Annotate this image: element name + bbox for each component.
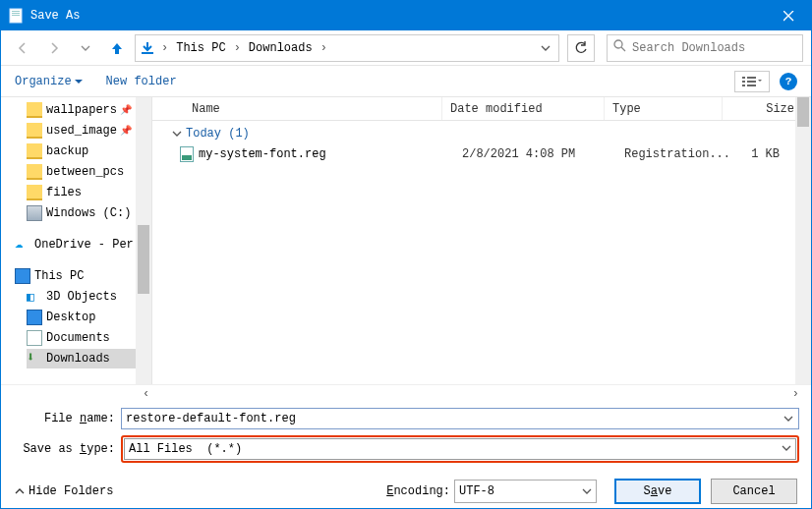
file-type: Registration... (624, 147, 742, 161)
save-button[interactable]: Save (614, 479, 701, 504)
chevron-right-icon[interactable]: › (319, 41, 329, 55)
file-date: 2/8/2021 4:08 PM (462, 147, 624, 161)
sidebar-item-label: wallpapers (46, 103, 117, 117)
sidebar-item-label: backup (46, 144, 88, 158)
new-folder-button[interactable]: New folder (106, 75, 177, 88)
svg-rect-13 (742, 85, 745, 86)
sidebar-item[interactable]: This PC (15, 266, 151, 286)
breadcrumb-this-pc[interactable]: This PC (174, 41, 227, 55)
folder-icon (27, 143, 42, 159)
nav-up-button[interactable] (103, 34, 131, 62)
sidebar-item-label: Documents (46, 331, 110, 345)
address-bar[interactable]: › This PC › Downloads › (135, 34, 559, 62)
sidebar-item-label: This PC (34, 269, 84, 283)
pin-icon: 📌 (120, 125, 132, 137)
file-list: Name Date modified Type Size Today (1) m… (152, 97, 811, 384)
sidebar-item[interactable]: ◧3D Objects (27, 287, 151, 307)
refresh-button[interactable] (567, 34, 595, 62)
chevron-right-icon[interactable]: › (232, 41, 243, 55)
svg-rect-6 (142, 52, 153, 54)
encoding-label: Encoding: (386, 484, 450, 498)
nav-recent-dropdown[interactable] (72, 34, 99, 62)
encoding-select[interactable]: UTF-8 (454, 480, 597, 503)
search-icon (613, 39, 626, 56)
close-button[interactable] (766, 1, 811, 30)
sidebar-item[interactable]: between_pcs (27, 162, 151, 182)
savetype-label: Save as type: (23, 442, 115, 456)
column-header-date[interactable]: Date modified (442, 97, 605, 120)
address-history-dropdown[interactable] (537, 43, 554, 53)
file-list-scrollbar[interactable] (795, 97, 811, 384)
breadcrumb-downloads[interactable]: Downloads (247, 41, 315, 55)
drive-icon (27, 205, 42, 221)
file-group-today[interactable]: Today (1) (152, 121, 811, 144)
sidebar-item[interactable]: ⬇Downloads (27, 349, 151, 368)
sidebar-item[interactable]: backup (27, 141, 151, 161)
sidebar-item-label: OneDrive - Per (34, 238, 134, 252)
help-button[interactable]: ? (780, 73, 797, 90)
sidebar-item[interactable]: Windows (C:) (27, 203, 151, 223)
folder-icon (27, 164, 42, 180)
svg-point-7 (614, 40, 622, 48)
document-icon (27, 330, 42, 346)
file-row[interactable]: my-system-font.reg2/8/2021 4:08 PMRegist… (152, 144, 811, 164)
pin-icon: 📌 (120, 104, 132, 116)
column-header-type[interactable]: Type (605, 97, 723, 120)
hide-folders-button[interactable]: Hide Folders (15, 484, 113, 498)
monitor-icon (15, 268, 30, 284)
sidebar-scrollbar[interactable] (136, 97, 151, 384)
folder-icon (27, 123, 42, 139)
sidebar-item[interactable]: Documents (27, 328, 151, 348)
sidebar-item[interactable]: files (27, 183, 151, 202)
file-name: my-system-font.reg (199, 147, 326, 161)
titlebar: Save As (1, 1, 811, 30)
svg-rect-9 (742, 77, 745, 79)
sidebar-item-label: Windows (C:) (46, 206, 131, 220)
svg-line-8 (621, 47, 625, 51)
3d-objects-icon: ◧ (27, 289, 42, 305)
main-area: wallpapers📌used_image📌backupbetween_pcsf… (1, 97, 811, 384)
sidebar-item[interactable]: used_image📌 (27, 121, 151, 141)
savetype-dropdown[interactable] (779, 439, 794, 457)
scroll-left-icon[interactable]: ‹ (139, 387, 149, 401)
toolbar-row: Organize New folder ? (1, 66, 811, 97)
nav-row: › This PC › Downloads › Search Downloads (1, 30, 811, 66)
svg-rect-1 (12, 11, 20, 12)
sidebar-item[interactable]: Desktop (27, 308, 151, 327)
chevron-down-icon (582, 486, 592, 496)
svg-rect-12 (747, 81, 756, 83)
filename-history-dropdown[interactable] (781, 410, 796, 427)
svg-rect-14 (747, 85, 756, 86)
filename-label: File name: (44, 412, 115, 425)
view-options-button[interactable] (734, 71, 770, 92)
sidebar-item-label: Downloads (46, 352, 110, 366)
sidebar-item-label: between_pcs (46, 165, 124, 179)
sidebar-item-label: 3D Objects (46, 290, 117, 304)
chevron-right-icon[interactable]: › (159, 41, 170, 55)
horizontal-scroll-area: ‹ › (1, 384, 811, 402)
footer: Hide Folders Encoding: UTF-8 Save Cancel (1, 469, 811, 509)
svg-rect-3 (12, 15, 20, 16)
organize-menu[interactable]: Organize (15, 75, 83, 88)
file-list-header: Name Date modified Type Size (152, 97, 811, 121)
search-placeholder: Search Downloads (632, 41, 745, 55)
save-fields: File name: Save as type: (1, 402, 811, 463)
sidebar-item-label: used_image (46, 124, 117, 138)
chevron-up-icon (15, 486, 25, 496)
folder-icon (27, 102, 42, 118)
savetype-select[interactable] (124, 438, 796, 460)
sidebar-item-label: files (46, 186, 82, 199)
cancel-button[interactable]: Cancel (711, 479, 797, 504)
sidebar-item[interactable]: ☁OneDrive - Per (15, 235, 151, 254)
sidebar-item[interactable]: wallpapers📌 (27, 100, 151, 120)
nav-back-button (9, 34, 36, 62)
onedrive-icon: ☁ (15, 237, 30, 253)
search-input[interactable]: Search Downloads (607, 34, 803, 62)
column-header-name[interactable]: Name (152, 97, 442, 120)
scroll-right-icon[interactable]: › (792, 387, 799, 401)
sidebar: wallpapers📌used_image📌backupbetween_pcsf… (1, 97, 152, 384)
svg-rect-11 (742, 81, 745, 83)
downloads-icon: ⬇ (27, 351, 42, 367)
app-icon (9, 8, 25, 24)
filename-input[interactable] (121, 408, 799, 429)
